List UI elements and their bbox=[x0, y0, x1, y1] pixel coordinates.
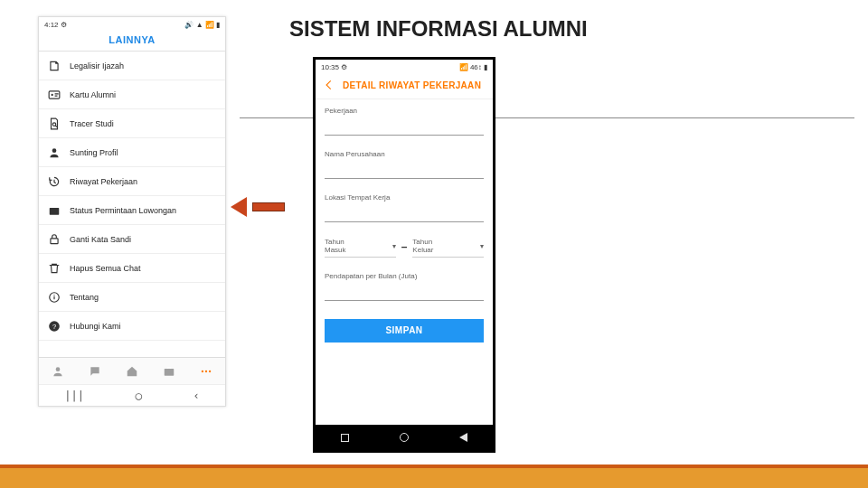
back-arrow-icon[interactable] bbox=[323, 79, 335, 91]
lock-icon bbox=[48, 233, 61, 246]
pekerjaan-input[interactable] bbox=[325, 122, 484, 136]
menu-item-label: Hapus Semua Chat bbox=[70, 264, 141, 273]
nav-home-icon[interactable]: ◯ bbox=[136, 389, 142, 402]
menu-item-status-permintaan-lowongan[interactable]: Status Permintaan Lowongan bbox=[39, 196, 225, 225]
menu-item-riwayat-pekerjaan[interactable]: Riwayat Pekerjaan bbox=[39, 167, 225, 196]
tab-home[interactable] bbox=[113, 358, 150, 384]
svg-point-3 bbox=[52, 148, 57, 153]
field-label: Tahun Masuk bbox=[325, 239, 346, 255]
simpan-button[interactable]: SIMPAN bbox=[325, 319, 484, 343]
svg-point-1 bbox=[52, 93, 53, 95]
menu-item-label: Tracer Studi bbox=[70, 119, 114, 128]
field-lokasi-tempat-kerja: Lokasi Tempat Kerja bbox=[325, 193, 484, 222]
arrow-shaft bbox=[252, 202, 285, 211]
status-time: 10:35 ⚙ bbox=[321, 63, 347, 71]
menu-item-label: Sunting Profil bbox=[70, 148, 118, 157]
svg-rect-4 bbox=[50, 208, 60, 215]
menu-item-label: Kartu Alumni bbox=[70, 90, 116, 99]
menu-item-legalisir-ijazah[interactable]: Legalisir Ijazah bbox=[39, 52, 225, 80]
svg-point-13 bbox=[209, 370, 211, 371]
gear-icon: ⚙ bbox=[61, 21, 67, 29]
chevron-down-icon: ▾ bbox=[392, 242, 396, 250]
status-right-icons: 📶 46↕ ▮ bbox=[459, 63, 487, 71]
svg-text:?: ? bbox=[52, 322, 56, 330]
field-label: Pendapatan per Bulan (Juta) bbox=[325, 272, 484, 280]
svg-point-12 bbox=[205, 370, 207, 371]
right-phone-screenshot: 10:35 ⚙ 📶 46↕ ▮ DETAIL RIWAYAT PEKERJAAN… bbox=[313, 57, 495, 453]
slide-footer-decoration bbox=[0, 468, 868, 488]
nama-perusahaan-input[interactable] bbox=[325, 165, 484, 179]
nav-back-icon[interactable]: ‹ bbox=[193, 389, 199, 402]
tab-profile[interactable] bbox=[39, 358, 76, 384]
menu-item-sunting-profil[interactable]: Sunting Profil bbox=[39, 138, 225, 167]
left-phone-screenshot: 4:12 ⚙ 🔊 ▲ 📶 ▮ LAINNYA Legalisir Ijazah … bbox=[38, 16, 226, 407]
status-right-icons: 🔊 ▲ 📶 ▮ bbox=[184, 21, 220, 29]
trash-chat-icon bbox=[48, 262, 61, 275]
field-pendapatan: Pendapatan per Bulan (Juta) bbox=[325, 272, 484, 301]
bottom-tab-bar bbox=[39, 357, 225, 384]
screen-title: DETAIL RIWAYAT PEKERJAAN bbox=[343, 80, 481, 90]
svg-point-11 bbox=[202, 370, 203, 371]
history-icon bbox=[48, 175, 61, 188]
status-bar: 10:35 ⚙ 📶 46↕ ▮ bbox=[316, 60, 493, 73]
pendapatan-input[interactable] bbox=[325, 287, 484, 301]
arrow-head-icon bbox=[231, 197, 247, 217]
menu-item-tracer-studi[interactable]: Tracer Studi bbox=[39, 109, 225, 138]
tahun-masuk-select[interactable]: Tahun Masuk ▾ bbox=[325, 237, 396, 258]
briefcase-icon bbox=[48, 204, 61, 217]
info-icon bbox=[48, 291, 61, 304]
menu-item-label: Legalisir Ijazah bbox=[70, 61, 124, 70]
help-icon: ? bbox=[48, 320, 61, 333]
document-search-icon bbox=[48, 117, 61, 130]
status-time: 4:12 ⚙ bbox=[44, 21, 67, 29]
menu-list: Legalisir Ijazah Kartu Alumni Tracer Stu… bbox=[39, 52, 225, 357]
user-icon bbox=[48, 146, 61, 159]
form-body: Pekerjaan Nama Perusahaan Lokasi Tempat … bbox=[316, 99, 493, 425]
menu-item-label: Riwayat Pekerjaan bbox=[70, 177, 137, 186]
status-bar: 4:12 ⚙ 🔊 ▲ 📶 ▮ bbox=[39, 17, 225, 31]
field-label: Lokasi Tempat Kerja bbox=[325, 193, 484, 202]
menu-item-label: Ganti Kata Sandi bbox=[70, 235, 131, 244]
gear-icon: ⚙ bbox=[341, 63, 347, 71]
idcard-icon bbox=[48, 89, 61, 101]
field-label: Tahun Keluar bbox=[412, 239, 433, 255]
nav-back-icon[interactable] bbox=[459, 433, 467, 442]
field-nama-perusahaan: Nama Perusahaan bbox=[325, 150, 484, 179]
nav-home-icon[interactable] bbox=[400, 433, 409, 442]
document-badge-icon bbox=[48, 60, 61, 72]
chevron-down-icon: ▾ bbox=[480, 242, 484, 250]
menu-item-label: Status Permintaan Lowongan bbox=[70, 206, 176, 215]
android-nav-bar bbox=[316, 425, 493, 450]
year-range-row: Tahun Masuk ▾ – Tahun Keluar ▾ bbox=[325, 237, 484, 258]
field-pekerjaan: Pekerjaan bbox=[325, 107, 484, 136]
menu-item-kartu-alumni[interactable]: Kartu Alumni bbox=[39, 80, 225, 109]
svg-point-9 bbox=[55, 367, 60, 371]
android-nav-bar: ||| ◯ ‹ bbox=[39, 384, 225, 406]
field-label: Pekerjaan bbox=[325, 107, 484, 115]
menu-item-hapus-semua-chat[interactable]: Hapus Semua Chat bbox=[39, 254, 225, 283]
svg-rect-5 bbox=[51, 238, 58, 243]
year-range-separator: – bbox=[401, 240, 408, 253]
field-label: Nama Perusahaan bbox=[325, 150, 484, 158]
nav-recent-icon[interactable]: ||| bbox=[64, 389, 84, 402]
svg-rect-0 bbox=[49, 90, 60, 98]
menu-item-label: Tentang bbox=[70, 293, 99, 302]
callout-arrow bbox=[231, 197, 285, 217]
slide-title: SISTEM INFORMASI ALUMNI bbox=[289, 16, 588, 42]
tab-more[interactable] bbox=[188, 358, 225, 384]
tab-header-lainnya[interactable]: LAINNYA bbox=[39, 31, 225, 52]
tab-jobs[interactable] bbox=[151, 358, 188, 384]
menu-item-label: Hubungi Kami bbox=[70, 322, 121, 331]
screen-header: DETAIL RIWAYAT PEKERJAAN bbox=[316, 73, 493, 99]
svg-rect-10 bbox=[165, 369, 175, 376]
menu-item-ganti-kata-sandi[interactable]: Ganti Kata Sandi bbox=[39, 225, 225, 254]
nav-recent-icon[interactable] bbox=[341, 434, 349, 442]
tab-chat[interactable] bbox=[76, 358, 113, 384]
menu-item-hubungi-kami[interactable]: ? Hubungi Kami bbox=[39, 312, 225, 341]
tahun-keluar-select[interactable]: Tahun Keluar ▾ bbox=[412, 237, 484, 258]
lokasi-input[interactable] bbox=[325, 209, 484, 222]
menu-item-tentang[interactable]: Tentang bbox=[39, 283, 225, 312]
